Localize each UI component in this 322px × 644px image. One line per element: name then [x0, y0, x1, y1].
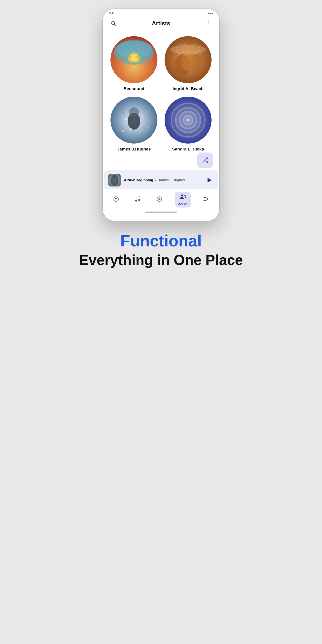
play-pause-button[interactable]: [205, 176, 214, 185]
functional-title: Functional: [79, 232, 243, 250]
album-icon: [156, 196, 162, 204]
artist-card-james[interactable]: James J.Hughes: [109, 96, 159, 152]
nav-item-queue[interactable]: [199, 194, 213, 206]
artist-card-sandra[interactable]: Sandra L. Hicks: [163, 96, 213, 152]
svg-marker-48: [205, 96, 212, 103]
bottom-nav: Artists: [103, 189, 219, 209]
phone-frame: 9:41 ●●● Artists: [103, 9, 219, 221]
svg-text:🤲: 🤲: [127, 51, 141, 65]
artist-card-bensound[interactable]: 🤲 Bensound: [109, 36, 159, 91]
svg-point-28: [129, 107, 139, 117]
svg-point-0: [111, 21, 114, 24]
svg-point-30: [142, 116, 144, 118]
search-button[interactable]: [109, 19, 117, 27]
app-header: Artists: [103, 17, 219, 31]
svg-marker-70: [207, 198, 209, 200]
svg-point-65: [181, 194, 183, 196]
svg-point-66: [185, 197, 186, 198]
svg-point-57: [114, 196, 118, 201]
shuffle-button[interactable]: [197, 152, 213, 168]
artist-avatar-bensound: 🤲: [110, 36, 158, 83]
music-note-icon: [134, 196, 141, 204]
svg-point-61: [139, 199, 140, 201]
person-music-icon: [180, 194, 186, 202]
svg-rect-39: [200, 96, 212, 108]
svg-point-31: [130, 128, 132, 130]
svg-point-55: [112, 177, 117, 182]
artist-avatar-sandra: [164, 96, 212, 144]
artists-grid: 🤲 Bensound: [103, 31, 219, 157]
svg-marker-50: [205, 137, 212, 144]
mini-player-thumbnail: [108, 174, 121, 186]
svg-rect-41: [200, 132, 212, 144]
mini-player-song-title: A New Beginning: [124, 178, 153, 182]
svg-point-29: [125, 118, 127, 120]
mini-player-info: A New Beginning • James J.Hughes: [124, 178, 202, 182]
artist-name-bensound: Bensound: [124, 86, 144, 91]
svg-point-2: [208, 21, 209, 22]
svg-point-46: [186, 118, 190, 122]
svg-marker-49: [164, 137, 171, 144]
queue-music-icon: [203, 196, 209, 204]
status-bar: 9:41 ●●●: [103, 9, 219, 17]
artist-name-sandra: Sandra L. Hicks: [172, 147, 204, 152]
svg-point-3: [208, 23, 209, 24]
face-icon: [113, 196, 119, 204]
svg-point-32: [139, 130, 140, 132]
artist-avatar-ingrid: [164, 36, 212, 83]
mini-player-artist-name: James J.Hughes: [158, 178, 185, 182]
more-menu-button[interactable]: [205, 19, 213, 27]
nav-item-songs[interactable]: [131, 194, 144, 206]
page-title: Artists: [117, 20, 205, 27]
svg-marker-47: [164, 96, 171, 103]
svg-point-58: [115, 198, 116, 199]
everything-title: Everything in One Place: [79, 252, 243, 269]
home-indicator: [145, 212, 177, 213]
time: 9:41: [109, 12, 115, 15]
tagline-section: Functional Everything in One Place: [66, 232, 256, 269]
content-spacer: [103, 157, 219, 170]
artist-name-james: James J.Hughes: [117, 147, 151, 152]
artists-nav-label: Artists: [178, 202, 188, 206]
mini-player[interactable]: A New Beginning • James J.Hughes: [104, 170, 218, 189]
svg-point-34: [147, 127, 149, 128]
svg-line-1: [114, 24, 116, 26]
nav-item-home[interactable]: [109, 194, 123, 206]
svg-rect-40: [164, 132, 176, 144]
svg-point-33: [122, 130, 124, 132]
svg-point-64: [159, 198, 160, 199]
svg-point-60: [136, 200, 137, 201]
nav-item-albums[interactable]: [153, 194, 166, 206]
mini-player-separator: •: [155, 178, 156, 182]
artist-card-ingrid[interactable]: Ingrid A. Beach: [163, 36, 213, 91]
nav-item-artists[interactable]: Artists: [175, 192, 191, 208]
svg-point-4: [208, 24, 209, 25]
artist-avatar-james: [110, 96, 158, 144]
svg-rect-38: [164, 96, 176, 108]
svg-point-59: [116, 198, 117, 199]
battery: ●●●: [208, 12, 213, 15]
artist-name-ingrid: Ingrid A. Beach: [173, 86, 204, 91]
svg-marker-56: [208, 178, 212, 182]
